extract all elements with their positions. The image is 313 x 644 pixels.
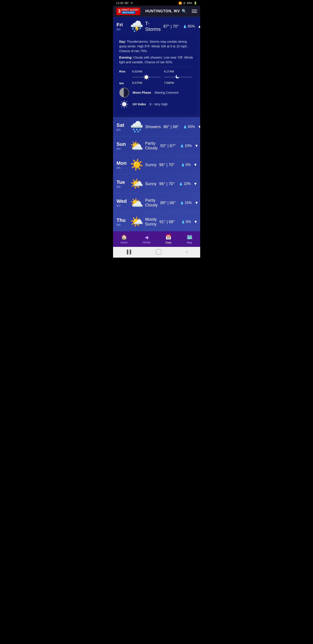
expand-button[interactable]: ▼: [194, 220, 198, 224]
forecast-day-thu[interactable]: Thu 8/8 🌤️ MostlySunny 91° | 68° 💧 5% ▼: [113, 212, 200, 231]
friday-collapse-button[interactable]: ▲: [198, 24, 200, 29]
day-icon: 🌧️: [130, 120, 143, 133]
moon-phase-icon: [119, 88, 129, 98]
day-precip: 💧 10%: [179, 144, 192, 148]
day-date: 8/8: [117, 223, 127, 226]
svg-point-9: [122, 102, 126, 106]
forecast-day-sun[interactable]: Sun 8/4 ⛅ PartlyCloudy 93° | 67° 💧 10% ▼: [113, 136, 200, 156]
expand-button[interactable]: ▼: [194, 162, 198, 167]
day-condition: MostlySunny: [145, 217, 157, 226]
day-precip: 💧 5%: [177, 163, 191, 167]
app-header: 3 FIRST ALERT WEATHER HUNTINGTON, WV 🔍: [113, 6, 200, 17]
precip-value: 10%: [184, 182, 191, 186]
expand-button[interactable]: ▼: [194, 182, 198, 186]
header-location: HUNTINGTON, WV 🔍: [145, 9, 187, 14]
hourly-icon: ◀: [145, 234, 148, 240]
day-date: 8/7: [117, 204, 127, 208]
precip-value: 15%: [185, 201, 192, 205]
precip-value: 50%: [188, 125, 195, 129]
day-condition: Sunny: [145, 182, 157, 186]
android-recents-button[interactable]: ▐▐: [125, 250, 131, 254]
day-name: Sun: [117, 141, 127, 147]
drop-icon: 💧: [180, 144, 184, 148]
day-name: Thu: [117, 217, 127, 223]
day-date: 8/6: [117, 185, 127, 188]
svg-point-0: [145, 75, 148, 79]
day-temps: 96° | 70°: [159, 162, 175, 167]
friday-precip: 💧 65%: [181, 24, 195, 28]
day-condition: PartlyCloudy: [145, 198, 158, 208]
day-temps: 86° | 68°: [164, 124, 179, 129]
menu-button[interactable]: [192, 10, 197, 13]
nav-map[interactable]: 🗺️ Map: [183, 234, 196, 245]
nav-home[interactable]: 🏠 Home: [117, 234, 131, 245]
friday-temps: 87° | 70°: [163, 24, 179, 29]
android-home-button[interactable]: [156, 249, 161, 254]
moon-phase-row: Moon Phase Waning Crescent: [119, 88, 194, 98]
friday-day-name: Fri: [117, 22, 127, 28]
day-temps: 96° | 70°: [159, 182, 175, 186]
nav-daily[interactable]: 📅 Daily: [162, 234, 175, 245]
uv-value: 8 - Very High: [149, 102, 168, 106]
day-precip: 💧 50%: [182, 125, 195, 129]
android-back-button[interactable]: ‹: [186, 250, 188, 254]
expand-button[interactable]: ▼: [195, 144, 199, 148]
precip-value: 10%: [185, 144, 192, 148]
forecast-day-wed[interactable]: Wed 8/7 ⛅ PartlyCloudy 89° | 66° 💧 15% ▼: [113, 194, 200, 212]
day-name: Sat: [117, 122, 127, 128]
forecast-day-tue[interactable]: Tue 8/6 🌤️ Sunny 96° | 70° 💧 10% ▼: [113, 174, 200, 194]
day-date: 8/4: [117, 147, 127, 150]
status-temp: 85°: [125, 1, 129, 5]
svg-line-17: [121, 106, 122, 107]
battery-percent: 69%: [187, 2, 192, 5]
moon-phase-value: Waning Crescent: [155, 91, 179, 94]
location-text: HUNTINGTON, WV: [145, 9, 180, 13]
sun-icon: [143, 74, 150, 80]
search-button[interactable]: 🔍: [182, 9, 187, 14]
uv-icon: [119, 99, 129, 109]
forecast-list: Sat 8/3 🌧️ Showers 86° | 68° 💧 50% ▼ Sun…: [113, 118, 200, 231]
logo-weather: WEATHER: [122, 11, 135, 14]
friday-precip-value: 65%: [188, 24, 195, 28]
precip-value: 5%: [186, 163, 191, 167]
friday-expanded-panel: Day: Thunderstorms. Storms may contain s…: [116, 36, 198, 114]
day-forecast-text: Thunderstorms. Storms may contain strong…: [119, 40, 188, 53]
day-name: Tue: [117, 179, 127, 185]
day-icon: ⛅: [130, 140, 143, 152]
divider: [119, 67, 194, 67]
bottom-nav: 🏠 Home ◀ Hourly 📅 Daily 🗺️ Map: [113, 231, 200, 247]
moon-icon: [175, 73, 181, 81]
drop-icon: 💧: [183, 125, 187, 128]
wifi-icon: 📶: [179, 2, 182, 5]
forecast-day-sat[interactable]: Sat 8/3 🌧️ Showers 86° | 68° 💧 50% ▼: [113, 118, 200, 136]
sun-moon-section: Rise Set 6:32AM: [119, 70, 194, 85]
svg-line-16: [126, 101, 127, 102]
day-icon: 🌤️: [130, 178, 143, 190]
nav-hourly[interactable]: ◀ Hourly: [139, 234, 154, 245]
status-x-icon: ✕: [130, 1, 133, 5]
daily-icon: 📅: [165, 234, 171, 240]
nav-daily-label: Daily: [166, 241, 172, 244]
expand-button[interactable]: ▼: [198, 124, 200, 129]
day-temps: 93° | 67°: [160, 144, 176, 148]
status-bar: 12:30 85° ✕ 📶 ⊘ 69% 🔋: [113, 0, 200, 6]
sun-rise-time: 6:32AM: [132, 70, 142, 73]
android-nav-bar: ▐▐ ‹: [113, 247, 200, 258]
precip-value: 5%: [186, 220, 191, 224]
rise-label: Rise: [119, 70, 130, 73]
svg-line-15: [126, 106, 127, 107]
friday-high: 87°: [163, 24, 169, 28]
status-left: 12:30 85° ✕: [116, 1, 133, 5]
moon-phase-label: Moon Phase: [133, 91, 151, 94]
expand-button[interactable]: ▼: [195, 200, 199, 205]
day-precip: 💧 15%: [179, 201, 192, 205]
sun-set-time: 8:37PM: [132, 81, 142, 84]
uv-row: UV Index 8 - Very High: [119, 99, 194, 109]
drop-icon: 💧: [181, 163, 185, 166]
moon-rise-time: 4:17AM: [164, 70, 174, 73]
home-icon: 🏠: [121, 234, 127, 240]
forecast-day-mon[interactable]: Mon 8/5 ☀️ Sunny 96° | 70° 💧 5% ▼: [113, 156, 200, 174]
nav-home-label: Home: [120, 241, 128, 244]
svg-line-8: [144, 79, 145, 80]
svg-line-5: [144, 75, 145, 76]
